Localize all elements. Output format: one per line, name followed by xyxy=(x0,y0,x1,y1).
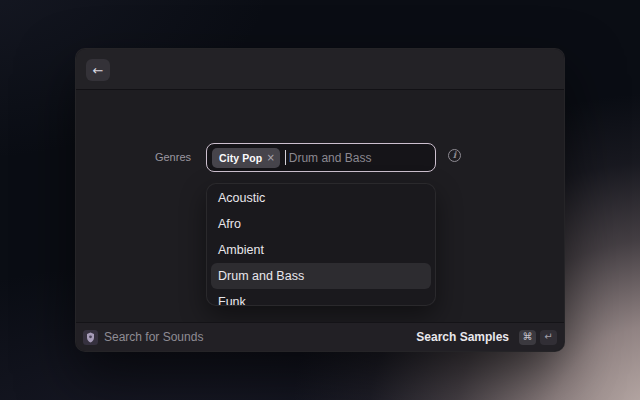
footer-right: Search Samples ⌘ ↵ xyxy=(416,330,557,345)
enter-key-icon: ↵ xyxy=(540,330,557,345)
sounds-logo-icon xyxy=(83,330,98,345)
remove-tag-icon[interactable]: × xyxy=(266,153,274,163)
back-arrow-icon: ← xyxy=(93,64,104,77)
app-background: ← Genres City Pop × Drum and Bass i Acou… xyxy=(0,0,640,400)
dropdown-option-ambient[interactable]: Ambient xyxy=(207,237,435,263)
footer-left: Search for Sounds xyxy=(83,330,416,345)
dropdown-option-afro[interactable]: Afro xyxy=(207,211,435,237)
info-icon[interactable]: i xyxy=(448,149,461,162)
text-caret xyxy=(285,150,286,165)
genre-tag-label: City Pop xyxy=(219,152,262,164)
back-button[interactable]: ← xyxy=(86,59,110,81)
genre-dropdown: AcousticAfroAmbientDrum and BassFunk xyxy=(206,183,436,306)
genre-tag: City Pop × xyxy=(212,148,280,168)
genre-query-text: Drum and Bass xyxy=(289,151,372,165)
dropdown-option-acoustic[interactable]: Acoustic xyxy=(207,185,435,211)
modal-body: Genres City Pop × Drum and Bass i Acoust… xyxy=(76,91,564,323)
modal-header: ← xyxy=(76,49,564,90)
search-for-sounds-label: Search for Sounds xyxy=(104,330,203,344)
search-modal: ← Genres City Pop × Drum and Bass i Acou… xyxy=(75,48,565,352)
command-key-icon: ⌘ xyxy=(519,330,536,345)
search-samples-button[interactable]: Search Samples xyxy=(416,330,509,344)
dropdown-option-drum-and-bass[interactable]: Drum and Bass xyxy=(211,263,431,289)
modal-footer: Search for Sounds Search Samples ⌘ ↵ xyxy=(76,322,564,351)
genres-label: Genres xyxy=(76,143,191,172)
dropdown-option-funk[interactable]: Funk xyxy=(207,289,435,306)
genre-search-input[interactable]: City Pop × Drum and Bass xyxy=(206,143,436,172)
